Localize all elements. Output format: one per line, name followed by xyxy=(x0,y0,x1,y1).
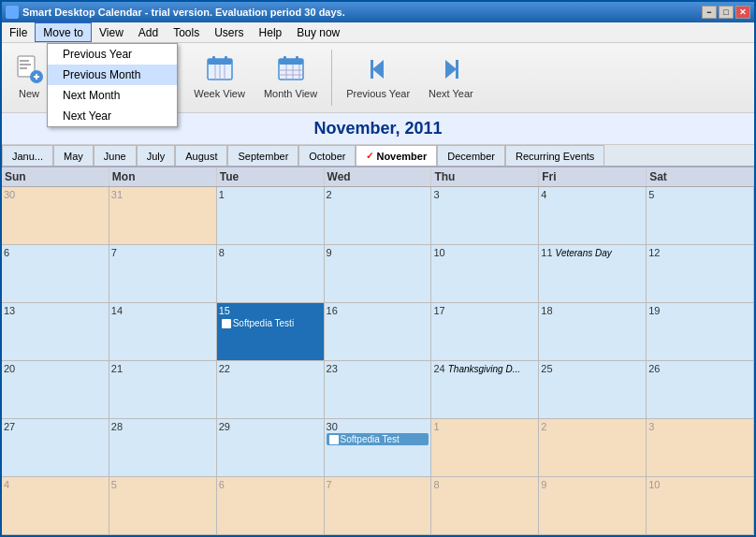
menu-view[interactable]: View xyxy=(92,22,131,42)
svg-rect-17 xyxy=(212,56,215,62)
close-button[interactable]: ✕ xyxy=(735,6,750,19)
cell-nov-7[interactable]: 7 xyxy=(109,245,217,302)
cell-dec-7[interactable]: 7 xyxy=(325,477,432,534)
cell-nov-17[interactable]: 17 xyxy=(431,303,539,360)
day-number: 16 xyxy=(327,305,338,316)
cell-nov-14[interactable]: 14 xyxy=(109,303,217,360)
cell-nov-6[interactable]: 6 xyxy=(2,245,109,302)
event-softpedia-testi[interactable]: Softpedia Testi xyxy=(219,317,322,329)
week-view-icon xyxy=(205,54,235,84)
dropdown-previous-year[interactable]: Previous Year xyxy=(48,44,177,65)
cell-nov-19[interactable]: 19 xyxy=(647,303,754,360)
week-view-button[interactable]: Week View xyxy=(185,46,254,109)
tab-july[interactable]: July xyxy=(137,145,176,166)
day-number: 19 xyxy=(648,305,660,316)
cell-nov-25[interactable]: 25 xyxy=(539,361,647,418)
cell-nov-16[interactable]: 16 xyxy=(325,303,432,360)
event-label: Softpedia Testi xyxy=(233,318,294,328)
cell-nov-13[interactable]: 13 xyxy=(2,303,109,360)
cell-nov-3[interactable]: 3 xyxy=(431,187,539,244)
day-number: 8 xyxy=(433,479,439,490)
tab-recurring[interactable]: Recurring Events xyxy=(505,145,604,166)
svg-rect-2 xyxy=(20,64,31,65)
cell-nov-22[interactable]: 22 xyxy=(217,361,325,418)
cell-nov-10[interactable]: 10 xyxy=(431,245,539,302)
cell-nov-4[interactable]: 4 xyxy=(539,187,647,244)
cell-dec-4[interactable]: 4 xyxy=(2,477,109,534)
cell-nov-30[interactable]: 30 Softpedia Test xyxy=(325,419,432,476)
header-thu: Thu xyxy=(431,167,539,186)
month-view-label: Month View xyxy=(264,88,317,100)
thanksgiving-label: Thanksgiving D... xyxy=(448,364,520,374)
next-year-button[interactable]: Next Year xyxy=(420,46,482,109)
month-view-button[interactable]: Month View xyxy=(255,46,326,109)
cell-nov-23[interactable]: 23 xyxy=(325,361,432,418)
tab-december[interactable]: December xyxy=(437,145,505,166)
menu-help[interactable]: Help xyxy=(252,22,290,42)
cell-nov-20[interactable]: 20 xyxy=(2,361,109,418)
cell-nov-15[interactable]: 15 Softpedia Testi xyxy=(217,303,325,360)
cell-dec-2[interactable]: 2 xyxy=(539,419,647,476)
title-bar: Smart Desktop Calendar - trial version. … xyxy=(2,2,754,22)
cell-oct-31[interactable]: 31 xyxy=(109,187,217,244)
menu-moveto[interactable]: Move to xyxy=(35,22,92,42)
table-row: 20 21 22 23 24 Thanksgiving D... 25 26 xyxy=(2,361,754,419)
cell-dec-6[interactable]: 6 xyxy=(217,477,325,534)
content-area: November, 2011 Janu... May June July Aug… xyxy=(2,113,754,535)
tab-november[interactable]: ✓ November xyxy=(356,145,437,167)
cell-dec-1[interactable]: 1 xyxy=(431,419,539,476)
dropdown-previous-month[interactable]: Previous Month xyxy=(48,65,177,85)
svg-rect-3 xyxy=(20,67,27,69)
menu-buynow[interactable]: Buy now xyxy=(289,22,347,42)
day-number: 6 xyxy=(4,247,9,258)
prev-year-button[interactable]: Previous Year xyxy=(338,46,418,109)
cell-dec-10[interactable]: 10 xyxy=(647,477,754,534)
event-softpedia-test[interactable]: Softpedia Test xyxy=(327,433,429,445)
cell-dec-9[interactable]: 9 xyxy=(539,477,647,534)
tab-check-icon: ✓ xyxy=(366,151,373,161)
cell-nov-28[interactable]: 28 xyxy=(109,419,217,476)
cell-dec-5[interactable]: 5 xyxy=(109,477,217,534)
day-number: 5 xyxy=(111,479,117,490)
day-number: 2 xyxy=(327,189,332,200)
menu-tools[interactable]: Tools xyxy=(166,22,207,42)
cell-nov-11[interactable]: 11 Veterans Day xyxy=(539,245,647,302)
cell-oct-30[interactable]: 30 xyxy=(2,187,109,244)
cell-dec-8[interactable]: 8 xyxy=(431,477,539,534)
cell-nov-18[interactable]: 18 xyxy=(539,303,647,360)
new-button[interactable]: New xyxy=(6,46,52,109)
cell-nov-8[interactable]: 8 xyxy=(217,245,325,302)
cell-nov-12[interactable]: 12 xyxy=(647,245,754,302)
cell-nov-24[interactable]: 24 Thanksgiving D... xyxy=(431,361,539,418)
cell-dec-3[interactable]: 3 xyxy=(647,419,754,476)
menu-add[interactable]: Add xyxy=(131,22,166,42)
cell-nov-9[interactable]: 9 xyxy=(325,245,432,302)
maximize-button[interactable]: □ xyxy=(719,6,734,19)
cell-nov-29[interactable]: 29 xyxy=(217,419,325,476)
tab-september[interactable]: September xyxy=(227,145,298,166)
day-number: 30 xyxy=(4,189,15,200)
tab-october[interactable]: October xyxy=(298,145,356,166)
tab-may[interactable]: May xyxy=(53,145,94,166)
svg-rect-24 xyxy=(284,56,286,62)
tab-june[interactable]: June xyxy=(94,145,137,166)
minimize-button[interactable]: − xyxy=(702,6,717,19)
cell-nov-27[interactable]: 27 xyxy=(2,419,109,476)
menu-users[interactable]: Users xyxy=(207,22,251,42)
cell-nov-5[interactable]: 5 xyxy=(647,187,754,244)
day-number: 30 xyxy=(327,421,338,432)
prev-year-icon xyxy=(363,54,393,84)
day-number: 29 xyxy=(219,421,230,432)
dropdown-next-year[interactable]: Next Year xyxy=(48,106,177,126)
new-label: New xyxy=(19,88,39,100)
tab-august[interactable]: August xyxy=(175,145,227,166)
dropdown-next-month[interactable]: Next Month xyxy=(48,85,177,106)
tab-january[interactable]: Janu... xyxy=(2,145,53,166)
cell-nov-26[interactable]: 26 xyxy=(647,361,754,418)
cell-nov-1[interactable]: 1 xyxy=(217,187,325,244)
cell-nov-21[interactable]: 21 xyxy=(109,361,217,418)
cell-nov-2[interactable]: 2 xyxy=(325,187,432,244)
menu-file[interactable]: File xyxy=(2,22,35,42)
new-icon xyxy=(14,54,44,84)
next-year-label: Next Year xyxy=(429,88,473,100)
